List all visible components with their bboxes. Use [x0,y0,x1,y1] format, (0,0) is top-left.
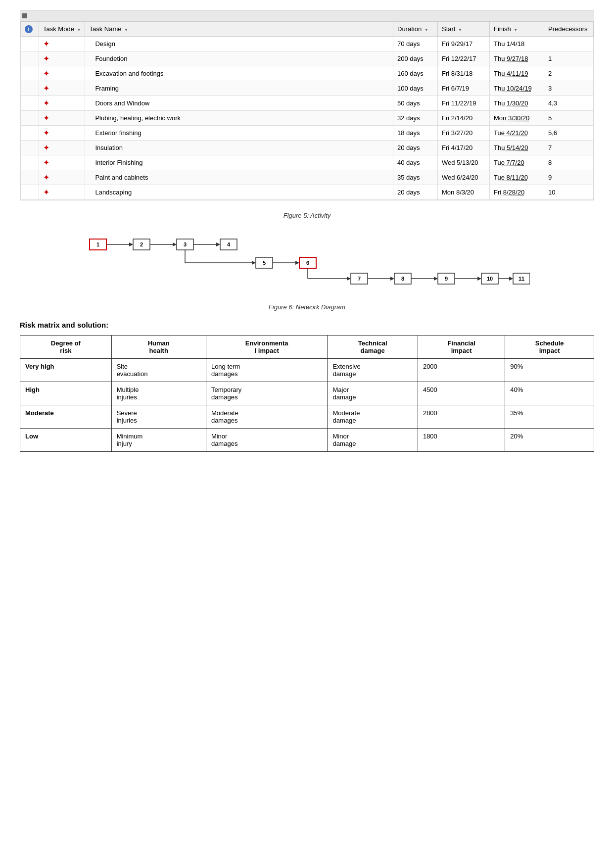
risk-header-schedule-text: Scheduleimpact [535,339,564,354]
row-duration: 20 days [393,140,438,155]
risk-row-degree: High [20,382,112,405]
risk-row-tech: Extensivedamage [328,358,418,382]
header-predecessors[interactable]: Predecessors [544,22,594,37]
row-start: Fri 11/22/19 [438,96,490,110]
row-task-mode: ✦ [39,96,85,110]
risk-row-schedule: 90% [505,358,594,382]
risk-header-env-text: Environmental impact [245,339,288,354]
row-duration: 32 days [393,110,438,125]
row-finish: Thu 1/4/18 [490,36,544,51]
risk-row-schedule: 40% [505,382,594,405]
risk-header-financial-text: Financialimpact [447,339,475,354]
network-section: 1 2 3 4 5 6 [20,229,594,293]
row-task-name: Framing [85,81,393,96]
row-task-mode: ✦ [39,170,85,185]
svg-marker-41 [509,277,513,281]
svg-marker-29 [390,277,394,281]
risk-row-tech: Moderatedamage [328,405,418,428]
row-info [21,66,39,81]
row-duration: 70 days [393,36,438,51]
row-predecessors: 5 [544,110,594,125]
risk-section: Risk matrix and solution: Degree ofrisk … [20,321,594,452]
row-finish: Tue 4/21/20 [490,125,544,140]
row-predecessors: 9 [544,170,594,185]
figure6-caption: Figure 6: Network Diagram [20,303,594,311]
risk-table: Degree ofrisk Humanhealth Environmental … [20,335,594,452]
header-task-name[interactable]: Task Name ▼ [85,22,393,37]
row-finish: Thu 10/24/19 [490,81,544,96]
svg-text:8: 8 [401,276,404,282]
row-task-name: Insulation [85,140,393,155]
row-task-name: Excavation and footings [85,66,393,81]
risk-row-human: Siteevacuation [111,358,206,382]
svg-marker-7 [173,242,177,246]
header-start[interactable]: Start ▼ [438,22,490,37]
row-finish: Thu 5/14/20 [490,140,544,155]
risk-row-tech: Majordamage [328,382,418,405]
row-duration: 200 days [393,51,438,66]
row-finish: Thu 4/11/19 [490,66,544,81]
svg-text:6: 6 [306,260,309,266]
finish-label: Finish [494,25,511,33]
row-task-name: Foundetion [85,51,393,66]
row-task-name: Plubing, heating, electric work [85,110,393,125]
header-task-mode[interactable]: Task Mode ▼ [39,22,85,37]
activity-table: i Task Mode ▼ Task Name ▼ Duration ▼ [20,21,594,200]
svg-marker-3 [129,242,133,246]
risk-header-tech-text: Technicaldamage [358,339,387,354]
row-predecessors: 1 [544,51,594,66]
row-task-mode: ✦ [39,81,85,96]
svg-marker-16 [252,261,256,265]
start-arrow: ▼ [458,28,462,32]
row-info [21,96,39,110]
svg-text:3: 3 [183,241,186,247]
svg-text:7: 7 [357,276,360,282]
risk-header-financial: Financialimpact [418,335,505,358]
row-task-name: Doors and Window [85,96,393,110]
row-duration: 20 days [393,185,438,199]
row-start: Fri 3/27/20 [438,125,490,140]
row-predecessors: 5,6 [544,125,594,140]
row-duration: 18 days [393,125,438,140]
svg-marker-20 [295,261,299,265]
row-duration: 100 days [393,81,438,96]
risk-row-financial: 2800 [418,405,505,428]
row-duration: 160 days [393,66,438,81]
row-info [21,140,39,155]
row-task-mode: ✦ [39,51,85,66]
task-name-label: Task Name [89,25,121,33]
row-finish: Mon 3/30/20 [490,110,544,125]
row-info [21,51,39,66]
svg-text:9: 9 [444,276,447,282]
risk-row-schedule: 20% [505,428,594,451]
risk-title: Risk matrix and solution: [20,321,594,329]
svg-text:1: 1 [96,241,99,247]
row-task-mode: ✦ [39,185,85,199]
row-start: Wed 5/13/20 [438,155,490,170]
risk-header-env: Environmental impact [206,335,328,358]
row-info [21,36,39,51]
row-info [21,185,39,199]
svg-marker-11 [216,242,220,246]
activity-section: i Task Mode ▼ Task Name ▼ Duration ▼ [20,10,594,202]
predecessors-label: Predecessors [548,25,587,33]
header-info[interactable]: i [21,22,39,37]
row-task-mode: ✦ [39,110,85,125]
risk-header-degree-text: Degree ofrisk [51,339,81,354]
row-task-name: Interior Finishing [85,155,393,170]
task-name-arrow: ▼ [124,28,128,32]
risk-header-degree: Degree ofrisk [20,335,112,358]
header-duration[interactable]: Duration ▼ [393,22,438,37]
risk-row-human: Minimuminjury [111,428,206,451]
svg-text:4: 4 [227,241,230,247]
info-icon: i [25,25,33,33]
header-finish[interactable]: Finish ▼ [490,22,544,37]
row-predecessors [544,36,594,51]
task-mode-arrow: ▼ [77,28,81,32]
risk-header-human: Humanhealth [111,335,206,358]
risk-row-human: Multipleinjuries [111,382,206,405]
activity-table-wrapper: i Task Mode ▼ Task Name ▼ Duration ▼ [20,10,594,200]
row-finish: Thu 1/30/20 [490,96,544,110]
svg-text:11: 11 [518,276,524,282]
risk-row-env: Minordamages [206,428,328,451]
